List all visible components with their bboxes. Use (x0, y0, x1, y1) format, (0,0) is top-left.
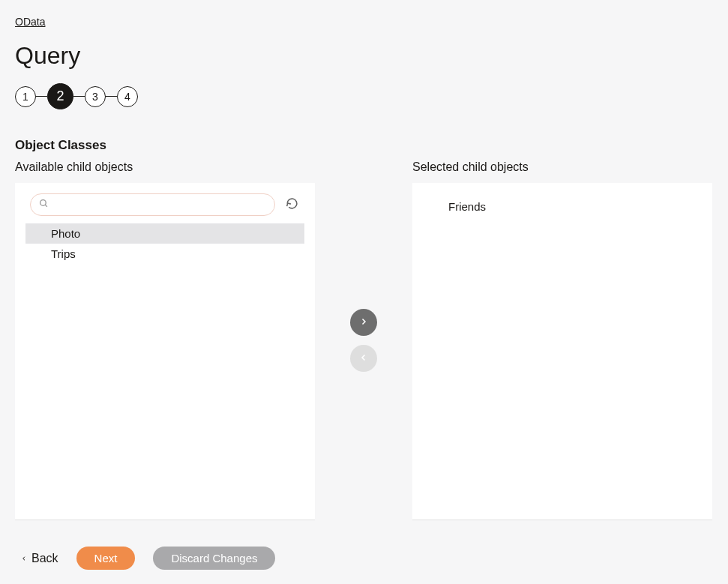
available-list-box: Photo Trips (15, 183, 315, 520)
selected-column: Selected child objects Friends (412, 160, 712, 520)
step-connector (73, 96, 85, 97)
step-connector (106, 96, 117, 97)
wizard-footer: Back Next Discard Changes (15, 547, 713, 570)
available-label: Available child objects (15, 160, 315, 174)
search-input[interactable] (30, 193, 275, 216)
available-column: Available child objects Photo Trips (15, 160, 315, 520)
dual-list-container: Available child objects Photo Trips (15, 160, 713, 520)
search-icon (39, 198, 49, 211)
chevron-left-icon (359, 353, 368, 364)
selected-label: Selected child objects (412, 160, 712, 174)
selected-items: Friends (423, 196, 702, 217)
chevron-right-icon (359, 317, 368, 328)
transfer-arrows (315, 160, 412, 520)
chevron-left-icon (21, 552, 27, 565)
available-items: Photo Trips (25, 223, 304, 264)
list-item[interactable]: Friends (423, 196, 702, 217)
list-item[interactable]: Trips (25, 244, 304, 264)
step-2[interactable]: 2 (47, 83, 73, 109)
step-3[interactable]: 3 (85, 86, 106, 107)
move-right-button[interactable] (350, 309, 377, 336)
next-button[interactable]: Next (76, 547, 136, 570)
list-item[interactable]: Photo (25, 223, 304, 244)
back-button[interactable]: Back (21, 552, 58, 565)
svg-point-0 (40, 200, 46, 206)
step-connector (36, 96, 47, 97)
breadcrumb-link[interactable]: OData (15, 16, 45, 28)
svg-line-1 (45, 205, 47, 207)
move-left-button (350, 345, 377, 372)
wizard-stepper: 1 2 3 4 (15, 83, 713, 109)
section-title: Object Classes (15, 138, 713, 153)
refresh-icon (286, 197, 298, 212)
selected-list-box: Friends (412, 183, 712, 520)
refresh-button[interactable] (283, 194, 301, 215)
page-title: Query (15, 42, 713, 70)
step-1[interactable]: 1 (15, 86, 36, 107)
discard-button[interactable]: Discard Changes (153, 547, 275, 570)
step-4[interactable]: 4 (117, 86, 138, 107)
back-label: Back (31, 552, 58, 565)
